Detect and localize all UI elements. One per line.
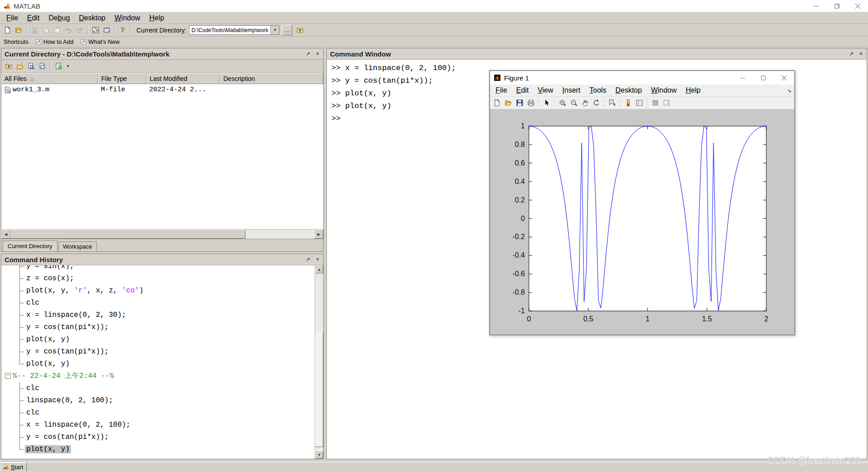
menu-item-help[interactable]: Help — [145, 13, 169, 23]
command-history-list[interactable]: y = sin(x);z = cos(x);plot(x, y, 'r', x,… — [1, 265, 315, 459]
dock-arrow-icon[interactable]: ↘ — [787, 87, 792, 94]
tab-workspace[interactable]: Workspace — [58, 241, 97, 251]
minimize-button[interactable] — [806, 0, 826, 12]
scrollbar-track[interactable] — [315, 273, 323, 332]
find-files-button[interactable] — [26, 61, 37, 72]
print-figure-button[interactable] — [525, 98, 537, 108]
rotate-3d-button[interactable] — [591, 98, 602, 108]
mlint-report-button[interactable] — [53, 61, 64, 72]
refresh-button[interactable] — [37, 61, 48, 72]
open-file-button[interactable] — [503, 98, 514, 108]
new-folder-button[interactable] — [14, 61, 26, 72]
history-item[interactable]: z = cos(x); — [1, 272, 315, 284]
simulink-button[interactable] — [90, 25, 101, 36]
cut-button[interactable] — [29, 25, 40, 36]
zoom-in-button[interactable] — [557, 98, 568, 108]
menu-item-window[interactable]: Window — [110, 13, 145, 23]
undock-icon[interactable]: ↗ — [304, 256, 312, 263]
shortcut-whats-new[interactable]: What's New — [80, 38, 119, 45]
menu-item-tools[interactable]: Tools — [585, 85, 611, 95]
edit-arrow-button[interactable] — [541, 98, 552, 108]
new-figure-button[interactable] — [491, 98, 503, 108]
collapse-box-icon[interactable]: − — [5, 373, 11, 379]
undo-button[interactable] — [63, 25, 74, 36]
close-icon[interactable]: × — [857, 50, 865, 57]
history-item[interactable]: y = cos(tan(pi*x)); — [1, 431, 315, 443]
history-item[interactable]: x = linspace(0, 2, 100); — [1, 419, 315, 431]
insert-legend-button[interactable] — [634, 98, 645, 108]
history-item[interactable]: plot(x, y) — [1, 333, 315, 345]
hide-plot-tools-button[interactable] — [650, 98, 661, 108]
history-item[interactable]: plot(x, y, 'r', x, z, 'co') — [1, 284, 315, 297]
insert-colorbar-button[interactable] — [623, 98, 634, 108]
restore-button[interactable] — [826, 0, 847, 12]
menu-item-help[interactable]: Help — [681, 85, 705, 95]
menu-item-edit[interactable]: Edit — [512, 85, 533, 95]
figure-minimize-button[interactable] — [732, 71, 753, 85]
scrollbar-thumb[interactable] — [10, 230, 245, 239]
paste-button[interactable] — [52, 25, 63, 36]
history-item[interactable]: x = linspace(0, 2, 30); — [1, 309, 315, 321]
menu-item-file[interactable]: File — [2, 13, 23, 23]
file-row[interactable]: work1_3.mM-file2022-4-24 2... — [1, 84, 323, 95]
scroll-down-icon[interactable]: ▼ — [315, 451, 323, 459]
vertical-scrollbar[interactable]: ▲ ▼ — [315, 265, 323, 459]
history-session-header[interactable]: −%-- 22-4-24 上午2:44 --% — [1, 370, 315, 382]
close-icon[interactable]: × — [314, 256, 321, 263]
undock-icon[interactable]: ↗ — [304, 50, 312, 57]
report-dropdown-icon[interactable]: ▼ — [64, 63, 72, 70]
browse-directory-button[interactable]: ... — [282, 25, 292, 35]
open-file-button[interactable] — [13, 25, 24, 36]
zoom-out-button[interactable] — [568, 98, 580, 108]
up-folder-button[interactable] — [294, 25, 306, 36]
menu-item-window[interactable]: Window — [646, 85, 681, 95]
menu-item-file[interactable]: File — [491, 85, 512, 95]
combo-dropdown-icon[interactable]: ▼ — [270, 26, 279, 34]
figure-window[interactable]: Figure 1 FileEditViewInsertToolsDesktopW… — [489, 70, 795, 335]
scroll-left-icon[interactable]: ◀ — [1, 230, 10, 239]
menu-item-insert[interactable]: Insert — [558, 85, 585, 95]
history-item[interactable]: plot(x, y) — [1, 443, 315, 455]
new-file-button[interactable] — [2, 25, 13, 36]
show-plot-tools-button[interactable] — [661, 98, 672, 108]
up-folder-button[interactable] — [3, 61, 14, 72]
history-item[interactable]: clc — [1, 406, 315, 419]
help-button[interactable]: ? — [117, 25, 128, 36]
history-item[interactable]: linspace(0, 2, 100); — [1, 394, 315, 406]
figure-titlebar[interactable]: Figure 1 — [490, 71, 794, 85]
shortcut-how-to-add[interactable]: How to Add — [36, 38, 74, 45]
scroll-up-icon[interactable]: ▲ — [315, 265, 323, 273]
column-description[interactable]: Description — [220, 73, 323, 84]
figure-maximize-button[interactable] — [753, 71, 774, 85]
file-list-body[interactable]: work1_3.mM-file2022-4-24 2... — [1, 84, 323, 229]
column-file-type[interactable]: File Type — [98, 73, 146, 84]
history-item[interactable]: y = cos(tan(pi*x)); — [1, 321, 315, 333]
scroll-right-icon[interactable]: ▶ — [314, 230, 323, 239]
history-item[interactable]: y = sin(x); — [1, 265, 315, 272]
menu-item-edit[interactable]: Edit — [23, 13, 44, 23]
scrollbar-thumb[interactable] — [315, 332, 323, 447]
data-cursor-button[interactable] — [607, 98, 618, 108]
tab-current-directory[interactable]: Current Directory — [3, 240, 57, 251]
column-last-modified[interactable]: Last Modified — [146, 73, 220, 84]
save-figure-button[interactable] — [514, 98, 525, 108]
copy-button[interactable] — [40, 25, 52, 36]
redo-button[interactable] — [74, 25, 85, 36]
current-directory-combobox[interactable]: D:\CodeTools\Matlab\temp\work ▼ — [189, 25, 279, 35]
menu-item-desktop[interactable]: Desktop — [611, 85, 646, 95]
figure-close-button[interactable] — [774, 71, 794, 85]
close-icon[interactable]: × — [314, 50, 321, 57]
close-button[interactable] — [847, 0, 868, 12]
undock-icon[interactable]: ↗ — [848, 50, 855, 57]
horizontal-scrollbar[interactable]: ◀ ▶ — [1, 229, 323, 239]
menu-item-view[interactable]: View — [533, 85, 557, 95]
menu-item-debug[interactable]: Debug — [44, 13, 74, 23]
history-item[interactable]: y = cos(tan(pi*x)); — [1, 345, 315, 358]
history-item[interactable]: clc — [1, 382, 315, 394]
start-button[interactable]: Start — [1, 462, 27, 471]
column-all-files[interactable]: All Files△ — [1, 73, 98, 84]
history-item[interactable]: plot(x, y) — [1, 358, 315, 370]
pan-hand-button[interactable] — [580, 98, 591, 108]
menu-item-desktop[interactable]: Desktop — [75, 13, 110, 23]
guide-button[interactable] — [101, 25, 113, 36]
